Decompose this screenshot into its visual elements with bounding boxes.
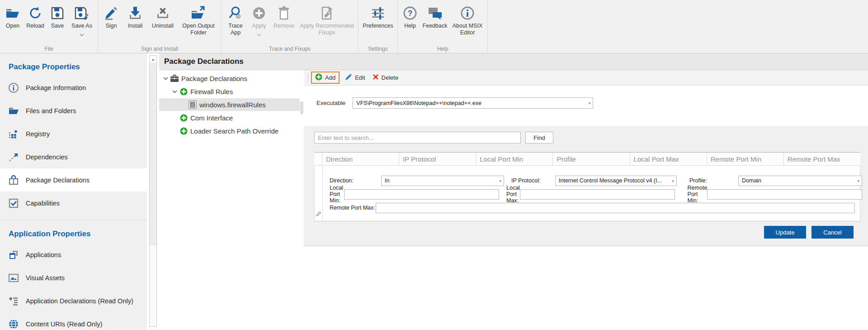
local-port-max-input[interactable] xyxy=(520,189,675,200)
save-as-dropdown-icon[interactable] xyxy=(80,30,84,38)
tree-node-label: Firewall Rules xyxy=(190,88,233,96)
cancel-button[interactable]: Cancel xyxy=(811,226,854,239)
tree-node-firewall-rules[interactable]: Firewall Rules xyxy=(159,85,300,98)
scrollbar-thumb[interactable] xyxy=(150,64,156,245)
sidebar-item-capabilities[interactable]: Capabilities xyxy=(0,191,147,215)
tree-node-windows-firewallrules[interactable]: windows.firewallRules xyxy=(159,98,300,111)
sidebar-item-registry[interactable]: Registry xyxy=(0,122,147,145)
about-msix-editor-button[interactable]: About MSIX Editor xyxy=(449,2,486,45)
edit-button[interactable]: Edit xyxy=(341,72,368,83)
install-label: Install xyxy=(128,23,143,29)
sidebar-item-dependencies[interactable]: Dependencies xyxy=(0,145,147,168)
edit-pencil-icon xyxy=(345,73,352,82)
find-button[interactable]: Find xyxy=(525,132,553,143)
reload-label: Reload xyxy=(26,23,44,29)
column-header-local-port-min[interactable]: Local Port Min xyxy=(476,153,553,165)
uninstall-button[interactable]: Uninstall xyxy=(148,2,178,45)
apply-button[interactable]: Apply xyxy=(248,2,270,45)
column-header-ip-protocol[interactable]: IP Protocol xyxy=(399,153,476,165)
profile-dropdown[interactable]: Domain ▾ xyxy=(738,176,862,186)
ip-protocol-dropdown[interactable]: Internet Control Message Protocol v4 (I.… xyxy=(555,176,677,186)
pencil-icon xyxy=(316,211,321,216)
about-msix-editor-label: About MSIX Editor xyxy=(449,23,486,36)
tree-node-com-interface[interactable]: Com Interface xyxy=(159,111,300,124)
visual-assets-icon xyxy=(8,273,19,283)
add-label: Add xyxy=(325,74,335,81)
reload-button[interactable]: Reload xyxy=(24,2,47,45)
column-header-profile[interactable]: Profile xyxy=(553,153,630,165)
package-icon xyxy=(8,175,19,186)
reload-icon xyxy=(28,4,42,23)
fixups-document-icon xyxy=(320,4,334,23)
apply-recommended-fixups-button[interactable]: Apply Recommended Fixups xyxy=(297,2,356,45)
column-header-remote-port-min[interactable]: Remote Port Min xyxy=(707,153,784,165)
sidebar-scroll-strip: ▲ xyxy=(147,53,159,330)
save-button[interactable]: Save xyxy=(47,2,68,45)
preferences-button[interactable]: Preferences xyxy=(360,2,396,45)
open-output-folder-button[interactable]: Open Output Folder xyxy=(178,2,219,45)
delete-x-icon xyxy=(373,74,379,81)
splitter-grip-handle[interactable] xyxy=(300,101,303,114)
chevron-down-icon[interactable] xyxy=(162,77,169,80)
direction-dropdown[interactable]: In ▾ xyxy=(381,176,504,186)
executable-label: Executable xyxy=(316,100,345,106)
page-title: Package Declarations xyxy=(164,57,244,66)
save-as-label: Save As xyxy=(71,23,92,29)
remote-port-min-input[interactable] xyxy=(707,189,862,200)
local-port-min-input[interactable] xyxy=(344,189,499,200)
sidebar-item-visual-assets[interactable]: Visual Assets xyxy=(0,266,147,289)
sidebar-item-package-declarations[interactable]: Package Declarations xyxy=(0,168,147,191)
tree-node-label: Com Interface xyxy=(190,114,233,122)
chevron-down-icon: ▾ xyxy=(672,179,674,183)
sidebar-scrollbar[interactable]: ▲ xyxy=(149,55,157,327)
remove-button[interactable]: Remove xyxy=(270,2,297,45)
chevron-down-icon[interactable] xyxy=(171,90,178,93)
add-button[interactable]: Add xyxy=(311,72,340,84)
search-row: Find xyxy=(314,132,860,143)
feedback-button[interactable]: Feedback xyxy=(420,2,449,45)
toolbar-drag-handle[interactable] xyxy=(306,73,310,82)
rule-edit-row: Direction: In ▾ IP Protocol: Internet Co… xyxy=(314,166,860,221)
sidebar-item-applications[interactable]: Applications xyxy=(0,243,147,266)
capabilities-icon xyxy=(8,198,19,209)
apply-label: Apply xyxy=(252,23,266,29)
column-header-remote-port-max[interactable]: Remote Port Max xyxy=(784,153,860,165)
help-button[interactable]: ? Help xyxy=(400,2,420,45)
sidebar-item-content-uris[interactable]: Content URIs (Read Only) xyxy=(0,312,147,330)
dependencies-icon xyxy=(8,152,19,163)
remote-port-max-input[interactable] xyxy=(376,203,855,213)
info-icon xyxy=(8,82,19,93)
ip-protocol-label: IP Protocol: xyxy=(511,177,555,184)
install-button[interactable]: Install xyxy=(123,2,148,45)
update-button[interactable]: Update xyxy=(764,226,806,239)
save-as-button[interactable]: Save As xyxy=(68,2,96,45)
column-header-direction[interactable]: Direction xyxy=(322,153,399,165)
delete-button[interactable]: Delete xyxy=(369,72,402,83)
sidebar-item-files-and-folders[interactable]: Files and Folders xyxy=(0,99,147,122)
trace-app-button[interactable]: Trace App xyxy=(223,2,248,45)
tree-node-package-declarations[interactable]: Package Declarations xyxy=(159,72,300,85)
open-button[interactable]: Open xyxy=(2,2,24,45)
executable-value: VFS\ProgramFilesX86\Notepad++\notepad++.… xyxy=(356,100,481,106)
registry-icon xyxy=(8,129,19,139)
scroll-up-icon[interactable]: ▲ xyxy=(150,56,156,63)
document-icon xyxy=(188,100,197,109)
column-header-local-port-max[interactable]: Local Port Max xyxy=(630,153,707,165)
tree-node-label: Package Declarations xyxy=(181,75,247,82)
tree-node-loader-search-path-override[interactable]: Loader Search Path Override xyxy=(159,124,300,137)
toolbox-icon xyxy=(170,74,179,82)
direction-label: Direction: xyxy=(330,177,381,184)
executable-dropdown[interactable]: VFS\ProgramFilesX86\Notepad++\notepad++.… xyxy=(353,97,593,109)
search-input[interactable] xyxy=(314,132,521,143)
applications-icon xyxy=(8,249,19,260)
edit-label: Edit xyxy=(355,74,365,81)
sign-label: Sign xyxy=(105,23,117,29)
sign-button[interactable]: Sign xyxy=(100,2,123,45)
sidebar-item-package-information[interactable]: Package Information xyxy=(0,76,147,99)
profile-label: Profile: xyxy=(689,177,738,184)
sidebar-item-application-declarations[interactable]: Application Declarations (Read Only) xyxy=(0,289,147,312)
panel-splitter[interactable] xyxy=(300,70,304,330)
chevron-down-icon: ▾ xyxy=(589,101,591,105)
feedback-label: Feedback xyxy=(423,23,448,29)
sign-pencil-icon xyxy=(104,4,119,23)
